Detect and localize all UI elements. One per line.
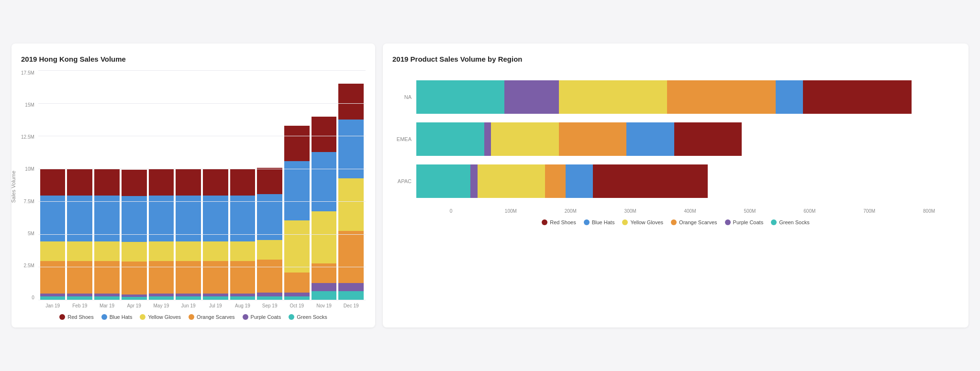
bar-segment-redShoes (338, 84, 364, 119)
bar-segment-blueHats (176, 196, 201, 241)
bar-segment-greenSocks (149, 296, 174, 300)
hbar-x-label: 100M (481, 208, 541, 214)
right-legend-item-yellowGloves: Yellow Gloves (622, 219, 663, 225)
bar-group (338, 84, 364, 300)
x-label: Mar 19 (94, 303, 120, 308)
right-legend-dot-orangeScarves (671, 219, 677, 225)
left-chart-title: 2019 Hong Kong Sales Volume (21, 55, 366, 63)
bar-segment-orangeScarves (203, 261, 228, 294)
right-legend-dot-greenSocks (771, 219, 777, 225)
y-label: 15M (25, 103, 34, 108)
bar-segment-yellowGloves (284, 220, 310, 273)
bar-segment-greenSocks (203, 296, 228, 300)
hbar-segment-yellowGloves-APAC (478, 164, 546, 198)
bar-segment-redShoes (94, 169, 120, 196)
bar-group (149, 169, 174, 300)
hbar-x-label: 300M (601, 208, 660, 214)
bar-segment-yellowGloves (40, 241, 66, 261)
bar-group (122, 170, 147, 300)
right-legend-item-orangeScarves: Orange Scarves (671, 219, 717, 225)
hbar-x-label: 400M (660, 208, 720, 214)
bar-segment-yellowGloves (338, 178, 364, 231)
bar-segment-redShoes (230, 169, 256, 196)
bar-group (230, 169, 256, 300)
bar-segment-yellowGloves (67, 241, 92, 261)
bar-group (67, 169, 92, 300)
x-label: Jun 19 (176, 303, 201, 308)
bar-segment-yellowGloves (203, 241, 228, 261)
bar-segment-redShoes (122, 170, 147, 196)
bar-segment-greenSocks (230, 296, 256, 300)
dashboard: 2019 Hong Kong Sales Volume Sales Volume… (11, 44, 969, 327)
bar-segment-blueHats (149, 196, 174, 241)
right-x-axis: 0100M200M300M400M500M600M700M800M (392, 208, 959, 214)
y-label: 0 (32, 295, 34, 300)
hbar-track-EMEA (416, 122, 959, 156)
bar-segment-greenSocks (312, 291, 337, 300)
x-label: Feb 19 (67, 303, 92, 308)
right-legend-label-orangeScarves: Orange Scarves (679, 219, 717, 225)
bar-group (312, 117, 337, 300)
y-axis-title: Sales Volume (11, 171, 16, 203)
y-axis: 02.5M5M7.5M10M12.5M15M17.5M (21, 71, 38, 300)
bar-segment-redShoes (40, 169, 66, 196)
hbar-x-label: 600M (780, 208, 839, 214)
hbar-segment-purpleCoats-NA (504, 80, 558, 114)
hbar-segment-purpleCoats-APAC (470, 164, 477, 198)
right-legend-label-blueHats: Blue Hats (592, 219, 615, 225)
bar-segment-blueHats (40, 196, 66, 241)
bar-segment-purpleCoats (257, 293, 282, 296)
bar-segment-blueHats (94, 196, 120, 241)
x-label: Jul 19 (203, 303, 228, 308)
bar-segment-blueHats (230, 196, 256, 241)
legend-label-yellowGloves: Yellow Gloves (148, 314, 181, 320)
hbar-segment-greenSocks-NA (416, 80, 504, 114)
legend-label-redShoes: Red Shoes (67, 314, 93, 320)
bar-segment-yellowGloves (94, 241, 120, 261)
bar-segment-yellowGloves (230, 241, 256, 261)
right-legend-label-greenSocks: Green Socks (779, 219, 810, 225)
bar-group (94, 169, 120, 300)
x-label: Nov 19 (312, 303, 337, 308)
bar-segment-purpleCoats (338, 283, 364, 291)
hbar-row-EMEA: EMEA (392, 122, 959, 156)
legend-dot-greenSocks (289, 314, 294, 320)
bar-group (40, 169, 66, 300)
bar-segment-yellowGloves (122, 242, 147, 262)
right-chart-container: NAEMEAAPAC 0100M200M300M400M500M600M700M… (392, 71, 959, 214)
hbar-segment-yellowGloves-EMEA (491, 122, 559, 156)
legend-label-purpleCoats: Purple Coats (251, 314, 281, 320)
hbar-segment-orangeScarves-APAC (545, 164, 566, 198)
hbar-x-label: 200M (541, 208, 601, 214)
left-chart-card: 2019 Hong Kong Sales Volume Sales Volume… (11, 44, 375, 327)
x-label: Dec 19 (338, 303, 364, 308)
bar-segment-orangeScarves (67, 261, 92, 294)
left-legend: Red ShoesBlue HatsYellow GlovesOrange Sc… (21, 314, 366, 320)
legend-item-orangeScarves: Orange Scarves (189, 314, 234, 320)
legend-dot-purpleCoats (243, 314, 248, 320)
right-legend-dot-yellowGloves (622, 219, 628, 225)
right-chart-title: 2019 Product Sales Volume by Region (392, 55, 959, 63)
right-chart-card: 2019 Product Sales Volume by Region NAEM… (383, 44, 969, 327)
legend-item-greenSocks: Green Socks (289, 314, 327, 320)
x-label: Aug 19 (230, 303, 256, 308)
legend-label-greenSocks: Green Socks (297, 314, 327, 320)
bar-segment-greenSocks (122, 297, 147, 300)
bar-segment-redShoes (67, 169, 92, 196)
x-label: Jan 19 (40, 303, 66, 308)
legend-dot-blueHats (101, 314, 107, 320)
bar-group (257, 168, 282, 300)
bar-segment-greenSocks (176, 296, 201, 300)
bar-group (284, 126, 310, 300)
bar-segment-yellowGloves (149, 241, 174, 261)
x-label: Oct 19 (284, 303, 310, 308)
bar-segment-blueHats (312, 152, 337, 211)
legend-dot-orangeScarves (189, 314, 194, 320)
hbar-label-EMEA: EMEA (392, 136, 416, 142)
hbar-label-APAC: APAC (392, 178, 416, 184)
y-label: 10M (25, 167, 34, 172)
legend-item-redShoes: Red Shoes (59, 314, 93, 320)
hbar-segment-blueHats-NA (776, 80, 803, 114)
bar-segment-blueHats (257, 194, 282, 240)
hbar-x-label: 700M (839, 208, 899, 214)
